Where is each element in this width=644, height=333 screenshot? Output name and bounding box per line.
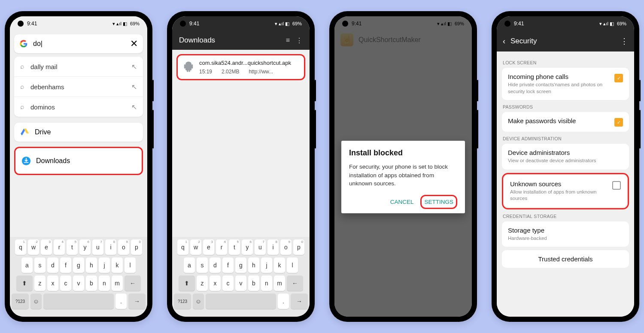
drive-app-row[interactable]: Drive [14, 123, 143, 142]
key-f[interactable]: f [222, 257, 234, 273]
emoji-key[interactable]: ☺ [193, 294, 204, 309]
keyboard[interactable]: q1w2e3r4t5y6u7i8o9p0 asdfghjkl ⬆zxcvbnm←… [172, 237, 310, 317]
close-icon[interactable]: ✕ [130, 38, 138, 49]
unknown-sources-row[interactable]: Unknown sourcesAllow installation of app… [504, 175, 627, 207]
checkbox-icon[interactable]: ✓ [614, 74, 623, 82]
key-b[interactable]: b [86, 275, 97, 291]
file-row[interactable]: com.sika524.andr...quickshortcut.apk 15:… [176, 54, 305, 80]
device-admins-row[interactable]: Device administratorsView or deactivate … [502, 144, 629, 170]
key-u[interactable]: u7 [255, 239, 266, 255]
key-r[interactable]: r4 [54, 239, 65, 255]
key-l[interactable]: l [287, 257, 298, 273]
search-icon: ⌕ [20, 103, 24, 111]
key-m[interactable]: m [112, 275, 123, 291]
checkbox-icon[interactable]: ✓ [614, 118, 623, 127]
key-y[interactable]: y6 [242, 239, 253, 255]
key-q[interactable]: q1 [15, 239, 26, 255]
key-c[interactable]: c [60, 275, 71, 291]
security-header: ‹ Security ⋮ [497, 31, 634, 51]
key-g[interactable]: g [235, 257, 246, 273]
period-key[interactable]: . [115, 294, 127, 309]
key-s[interactable]: s [197, 257, 208, 273]
android-icon [183, 61, 194, 73]
key-v[interactable]: v [73, 275, 84, 291]
key-j[interactable]: j [99, 257, 110, 273]
keyboard[interactable]: q1w2e3r4t5y6u7i8o9p0 asdfghjkl ⬆zxcvbnm←… [10, 237, 147, 317]
key-i[interactable]: i8 [105, 239, 116, 255]
key-x[interactable]: x [47, 275, 58, 291]
back-icon[interactable]: ‹ [503, 37, 505, 46]
sort-icon[interactable]: ≡ [286, 36, 290, 45]
go-key[interactable]: → [291, 294, 308, 309]
key-o[interactable]: o9 [118, 239, 129, 255]
key-h[interactable]: h [248, 257, 259, 273]
key-a[interactable]: a [21, 257, 33, 273]
search-input[interactable] [32, 39, 130, 48]
backspace-key[interactable]: ← [287, 275, 303, 291]
key-o[interactable]: o9 [280, 239, 292, 255]
arrow-up-left-icon[interactable]: ↖ [131, 63, 137, 71]
key-u[interactable]: u7 [92, 239, 103, 255]
suggestion-item[interactable]: ⌕debenhams↖ [14, 77, 143, 97]
trusted-credentials-row[interactable]: Trusted credentials [502, 250, 629, 268]
key-r[interactable]: r4 [216, 239, 227, 255]
key-s[interactable]: s [34, 257, 46, 273]
key-v[interactable]: v [235, 275, 246, 291]
key-e[interactable]: e3 [203, 239, 214, 255]
key-t[interactable]: t5 [229, 239, 240, 255]
key-n[interactable]: n [261, 275, 272, 291]
key-d[interactable]: d [47, 257, 58, 273]
incoming-calls-row[interactable]: Incoming phone callsHide private contact… [502, 68, 629, 100]
key-z[interactable]: z [34, 275, 46, 291]
battery-percent: 69% [292, 21, 302, 26]
backspace-key[interactable]: ← [125, 275, 141, 291]
space-key[interactable] [206, 294, 276, 309]
more-icon[interactable]: ⋮ [296, 36, 303, 45]
key-q[interactable]: q1 [177, 239, 188, 255]
key-k[interactable]: k [112, 257, 123, 273]
storage-type-row[interactable]: Storage typeHardware-backed [502, 221, 629, 247]
shift-key[interactable]: ⬆ [179, 275, 195, 291]
cancel-button[interactable]: CANCEL [387, 195, 417, 209]
arrow-up-left-icon[interactable]: ↖ [131, 103, 137, 111]
key-c[interactable]: c [222, 275, 234, 291]
settings-button[interactable]: SETTINGS [420, 195, 457, 209]
period-key[interactable]: . [278, 294, 289, 309]
emoji-key[interactable]: ☺ [30, 294, 42, 309]
key-m[interactable]: m [274, 275, 285, 291]
key-k[interactable]: k [274, 257, 285, 273]
key-b[interactable]: b [248, 275, 259, 291]
go-key[interactable]: → [128, 294, 146, 309]
key-l[interactable]: l [125, 257, 136, 273]
checkbox-icon[interactable] [612, 181, 621, 190]
suggestion-item[interactable]: ⌕dally mail↖ [14, 57, 143, 77]
shift-key[interactable]: ⬆ [16, 275, 33, 291]
key-y[interactable]: y6 [79, 239, 91, 255]
key-p[interactable]: p0 [131, 239, 142, 255]
dialog-body: For security, your phone is set to block… [349, 163, 457, 188]
key-j[interactable]: j [261, 257, 272, 273]
suggestion-item[interactable]: ⌕dominos↖ [14, 97, 143, 117]
passwords-visible-row[interactable]: Make passwords visible ✓ [502, 112, 629, 132]
space-key[interactable] [43, 294, 114, 309]
key-f[interactable]: f [60, 257, 71, 273]
key-n[interactable]: n [99, 275, 110, 291]
key-z[interactable]: z [197, 275, 208, 291]
key-i[interactable]: i8 [267, 239, 279, 255]
key-p[interactable]: p0 [293, 239, 304, 255]
key-g[interactable]: g [73, 257, 84, 273]
symbols-key[interactable]: ?123 [174, 294, 191, 309]
symbols-key[interactable]: ?123 [12, 294, 29, 309]
key-a[interactable]: a [184, 257, 195, 273]
key-w[interactable]: w2 [190, 239, 201, 255]
key-t[interactable]: t5 [67, 239, 78, 255]
arrow-up-left-icon[interactable]: ↖ [131, 83, 137, 91]
key-e[interactable]: e3 [41, 239, 52, 255]
more-icon[interactable]: ⋮ [620, 36, 628, 46]
key-h[interactable]: h [86, 257, 97, 273]
search-bar[interactable]: ✕ [14, 34, 143, 53]
downloads-app-row[interactable]: Downloads [14, 147, 143, 175]
key-d[interactable]: d [210, 257, 221, 273]
key-w[interactable]: w2 [28, 239, 39, 255]
key-x[interactable]: x [210, 275, 221, 291]
